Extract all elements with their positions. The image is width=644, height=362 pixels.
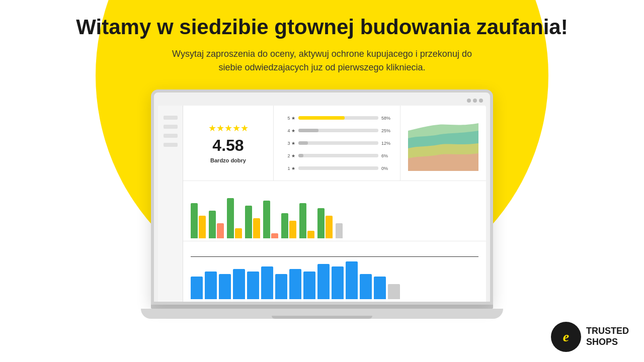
chart-bar [299,203,306,238]
bar-group [245,206,260,238]
bar-group [227,198,242,238]
trusted-shops-text: TRUSTED SHOPS [586,326,629,347]
top-section: ★★★★★ 4.58 Bardzo dobry 5 ★ 58% 4 ★ 25% … [183,106,486,181]
bottom-chart-bar [289,269,301,299]
chart-bar [199,216,206,238]
screen-main-content: ★★★★★ 4.58 Bardzo dobry 5 ★ 58% 4 ★ 25% … [183,106,486,302]
laptop-mockup: ★★★★★ 4.58 Bardzo dobry 5 ★ 58% 4 ★ 25% … [141,89,503,319]
screen-dots [467,99,483,103]
rating-bar-row: 3 ★ 12% [281,141,392,146]
bar-star-label: 1 ★ [281,166,295,171]
subtext: Wysytaj zaproszenia do oceny, aktywuj oc… [166,47,478,74]
bar-track [298,141,378,145]
bar-track [298,154,378,157]
rating-bar-row: 1 ★ 0% [281,166,392,171]
bar-star-label: 3 ★ [281,141,295,146]
ts-letter: e [563,329,569,345]
bar-track [298,129,378,132]
bottom-chart-bar [275,274,287,299]
trusted-shops-icon: e [551,322,581,352]
bottom-chart-bar [247,272,259,299]
chart-bar [245,206,252,238]
sidebar-rect-1 [164,116,178,120]
chart-bar [336,223,343,238]
bar-fill [298,154,303,157]
dot-2 [473,99,477,103]
sidebar-rect-3 [164,134,178,138]
rating-bar-row: 5 ★ 58% [281,116,392,121]
chart-bar [227,198,234,238]
chart-bar [263,201,270,238]
area-chart [400,106,486,180]
laptop-base [141,309,503,319]
laptop-screen: ★★★★★ 4.58 Bardzo dobry 5 ★ 58% 4 ★ 25% … [151,89,493,305]
bar-group [317,208,333,238]
chart-bar [307,231,314,238]
ts-line2: SHOPS [586,337,629,348]
chart-bar [217,223,224,238]
bar-group [281,213,296,238]
screen-inner: ★★★★★ 4.58 Bardzo dobry 5 ★ 58% 4 ★ 25% … [158,106,486,302]
trend-line [191,256,478,257]
bar-group [191,203,206,238]
bar-group [263,201,278,238]
bottom-chart-bar [219,274,231,299]
bar-track [298,116,378,120]
sidebar-rect-4 [164,143,178,147]
star-rating: ★★★★★ [208,123,249,134]
rating-value: 4.58 [212,136,244,155]
bar-group [336,223,343,238]
bar-fill [298,116,345,120]
content-wrapper: Witamy w siedzibie gtownej budowania zau… [0,0,644,319]
bar-star-label: 2 ★ [281,153,295,158]
ts-line1: TRUSTED [586,326,629,337]
bottom-chart-bar [374,277,386,299]
rating-breakdown: 5 ★ 58% 4 ★ 25% 3 ★ 12% 2 ★ 6% 1 ★ 0% [274,106,400,180]
bar-percentage: 12% [381,141,392,146]
rating-bar-row: 4 ★ 25% [281,128,392,133]
sidebar-rect-2 [164,125,178,129]
rating-label: Bardzo dobry [210,157,246,163]
dot-3 [479,99,483,103]
rating-card: ★★★★★ 4.58 Bardzo dobry [183,106,274,180]
bar-fill [298,129,318,132]
bar-percentage: 0% [381,166,392,171]
chart-bar [253,218,260,238]
bottom-bar-chart [183,241,486,302]
bottom-chart-bar [388,284,400,299]
dot-1 [467,99,471,103]
chart-bar [271,233,278,238]
bottom-chart-bar [346,261,358,299]
chart-bar [209,211,216,238]
chart-bar [289,221,296,238]
trusted-shops-logo: e TRUSTED SHOPS [551,322,629,352]
bar-group [299,203,314,238]
middle-bar-chart [183,181,486,241]
screen-sidebar [158,106,183,302]
chart-bar [191,203,198,238]
bar-percentage: 25% [381,128,392,133]
bottom-chart-bar [360,274,372,299]
chart-bar [326,216,333,238]
bottom-chart-bar [332,266,344,299]
bar-group [209,211,224,238]
bar-percentage: 58% [381,116,392,121]
main-headline: Witamy w siedzibie gtownej budowania zau… [76,15,568,39]
bottom-chart-bar [191,277,203,299]
laptop-base-wrapper [141,305,503,319]
bottom-chart-bar [317,264,330,299]
laptop-hinge [151,305,493,309]
bar-star-label: 4 ★ [281,128,295,133]
bottom-chart-bar [205,272,217,299]
screen-top-bar [158,97,486,106]
bar-fill [298,141,308,145]
chart-bar [317,208,325,238]
rating-bar-row: 2 ★ 6% [281,153,392,158]
bar-star-label: 5 ★ [281,116,295,121]
chart-bar [281,213,288,238]
bottom-chart-bar [303,272,315,299]
bottom-chart-bar [233,269,245,299]
bar-percentage: 6% [381,153,392,158]
chart-bar [235,228,242,238]
bar-track [298,166,378,170]
